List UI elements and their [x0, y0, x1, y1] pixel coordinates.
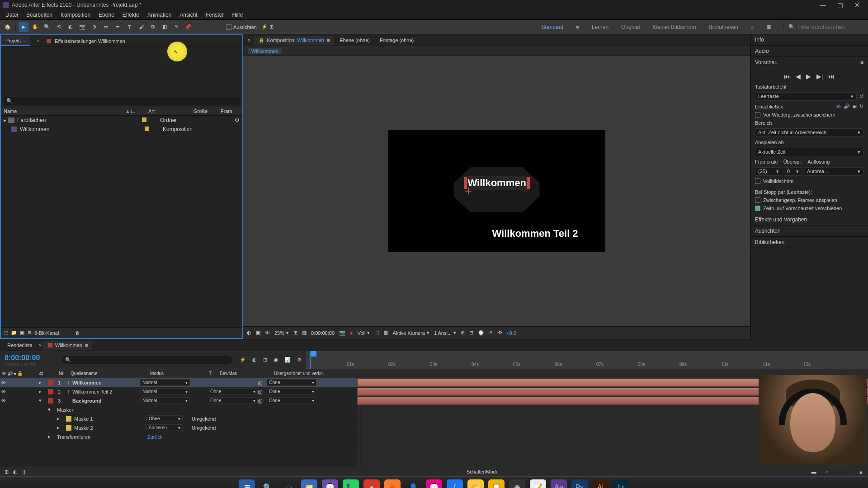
- collapse-icon[interactable]: ▾: [39, 398, 48, 404]
- teams-icon[interactable]: 💬: [322, 479, 338, 488]
- workspace-overflow-icon[interactable]: »: [751, 24, 754, 30]
- toggle-in-out-icon[interactable]: {}: [22, 469, 25, 475]
- prev-frame-icon[interactable]: ◀: [796, 73, 801, 80]
- tab-project-close[interactable]: ×: [37, 38, 39, 44]
- stopcache-checkbox[interactable]: [755, 197, 760, 203]
- col-size-label[interactable]: Große: [193, 108, 221, 114]
- layer-name[interactable]: Willkommen Teil 2: [72, 389, 140, 394]
- zoom-slider[interactable]: ○──────: [826, 469, 849, 474]
- messenger-icon[interactable]: 💬: [426, 479, 442, 488]
- layer-row-1[interactable]: 👁 ▸ 1 T Willkommen Normal▾ @ Ohne▾: [0, 378, 357, 387]
- mask-name[interactable]: Maske 1: [71, 416, 146, 422]
- anchor-point-icon[interactable]: [465, 188, 472, 194]
- photoshop-icon[interactable]: Ps: [571, 479, 588, 488]
- first-frame-icon[interactable]: ⏮: [784, 73, 790, 80]
- roto-tool[interactable]: ✎: [171, 22, 181, 32]
- parent-dropdown[interactable]: Ohne▾: [267, 379, 316, 386]
- menu-bearbeiten[interactable]: Bearbeiten: [23, 11, 56, 19]
- interpret-icon[interactable]: ⬚: [4, 330, 8, 336]
- col-video-icon[interactable]: 👁: [2, 371, 6, 376]
- timeline-icon[interactable]: ⌚: [478, 330, 484, 336]
- project-item-comp[interactable]: Willkommen Komposition: [1, 125, 242, 134]
- mask-icon[interactable]: 👁: [265, 330, 270, 336]
- new-folder-icon[interactable]: 📁: [11, 330, 17, 336]
- chevron-down-icon[interactable]: ▾: [367, 330, 370, 336]
- minimize-button[interactable]: —: [818, 0, 827, 9]
- workspace-grid-icon[interactable]: ▦: [766, 24, 771, 30]
- facebook-icon[interactable]: f: [447, 479, 463, 488]
- skip-dropdown[interactable]: 0▾: [784, 167, 802, 176]
- video-toggle-icon[interactable]: 👁: [836, 104, 841, 109]
- alpha-icon[interactable]: ◐: [247, 330, 251, 336]
- stopmove-checkbox[interactable]: [755, 206, 760, 211]
- layer-row-2[interactable]: 👁 ▸ 2 T Willkommen Teil 2 Normal▾ Ohne▾ …: [0, 387, 357, 396]
- col-trkmat-label[interactable]: BewMas: [220, 371, 274, 376]
- parent-dropdown[interactable]: Ohne▾: [267, 397, 316, 404]
- parent-dropdown[interactable]: Ohne▾: [267, 388, 316, 395]
- timeline-search[interactable]: 🔍: [61, 356, 232, 364]
- firefox-icon[interactable]: 🦊: [384, 479, 401, 488]
- exposure-value[interactable]: +0,0: [506, 330, 516, 336]
- lock-icon[interactable]: 🔒: [259, 38, 264, 42]
- tab-menu-icon[interactable]: ≡: [327, 38, 330, 43]
- col-parent-label[interactable]: Übergeordnet und verkn.: [274, 371, 355, 376]
- explorer-icon[interactable]: 📁: [301, 479, 317, 488]
- menu-hilfe[interactable]: Hilfe: [228, 11, 246, 19]
- zoom-in-icon[interactable]: ▲: [859, 469, 863, 474]
- resolution-dropdown[interactable]: Voll: [358, 330, 366, 336]
- loop-icon[interactable]: ↻: [859, 103, 863, 109]
- item-menu-icon[interactable]: ⚙: [235, 117, 240, 123]
- menu-komposition[interactable]: Komposition: [57, 11, 94, 19]
- app2-icon[interactable]: 👤: [405, 479, 421, 488]
- col-tag-icon[interactable]: 🏷: [130, 108, 148, 114]
- layer-row-3[interactable]: 👁 ▾ 3 Background Normal▾ Ohne▾ @ Ohne▾: [0, 396, 357, 405]
- chevron-down-icon[interactable]: ▾: [427, 330, 429, 336]
- graph-icon[interactable]: 📊: [284, 357, 291, 363]
- snap-opt2-icon[interactable]: ⊞: [269, 24, 274, 30]
- eraser-tool[interactable]: ◧: [160, 22, 170, 32]
- info-panel-header[interactable]: Info: [750, 34, 868, 46]
- viewer-timecode[interactable]: 0:00:00:00: [311, 330, 335, 336]
- col-solo-icon[interactable]: ●: [14, 371, 16, 376]
- workspace-klein[interactable]: Kleiner Bildschirm: [652, 24, 696, 30]
- menu-ansicht[interactable]: Ansicht: [176, 11, 201, 19]
- orbit-tool[interactable]: ⟲: [54, 22, 64, 32]
- col-label-icon[interactable]: 🏷: [39, 371, 43, 376]
- align-panel-header[interactable]: Ausrichten: [750, 225, 868, 237]
- col-lock-icon[interactable]: 🔒: [17, 371, 23, 376]
- layer-name[interactable]: Willkommen: [72, 380, 140, 385]
- transparency-icon[interactable]: ▦: [383, 330, 388, 336]
- illustrator-icon[interactable]: Ai: [592, 479, 609, 488]
- brainstorm-icon[interactable]: ⚙: [297, 357, 302, 363]
- workspace-menu-icon[interactable]: ≡: [576, 24, 579, 30]
- after-effects-icon[interactable]: Ae: [551, 479, 567, 488]
- masks-group[interactable]: ▾ Masken: [0, 405, 357, 414]
- whatsapp-icon[interactable]: 📞: [343, 479, 359, 488]
- expand-icon[interactable]: ▸: [4, 117, 6, 123]
- project-item-folder[interactable]: ▸ Farbflächen Ordner ⚙: [1, 116, 242, 125]
- shape-tool[interactable]: ▭: [101, 22, 111, 32]
- workspace-lernen[interactable]: Lernen: [592, 24, 609, 30]
- adjust-icon[interactable]: ⚙: [27, 330, 32, 336]
- pickwhip-icon[interactable]: @: [258, 380, 267, 385]
- mask-mode-dropdown[interactable]: Addieren▾: [146, 424, 183, 431]
- col-mode-label[interactable]: Modus: [150, 371, 209, 376]
- grid-icon[interactable]: ▦: [302, 330, 307, 336]
- col-name-label[interactable]: Name: [4, 108, 17, 114]
- workspace-original[interactable]: Original: [621, 24, 640, 30]
- expand-icon[interactable]: ▸: [57, 416, 66, 422]
- workspace-standard[interactable]: Standard: [542, 24, 564, 30]
- views-dropdown[interactable]: 1 Ansi...: [434, 330, 452, 336]
- trkmat-dropdown[interactable]: Ohne▾: [208, 397, 258, 404]
- menu-effekte[interactable]: Effekte: [119, 11, 143, 19]
- layer-color[interactable]: [48, 398, 53, 404]
- text-layer-1[interactable]: Willkommen: [464, 176, 530, 190]
- tab-close[interactable]: ×: [245, 38, 253, 43]
- time-ruler[interactable]: 01s 02s 03s 04s 05s 06s 07s 08s 09s 10s …: [306, 351, 868, 369]
- rotate-tool[interactable]: ◐: [66, 22, 75, 32]
- mask-inverted-label[interactable]: Umgekehrt: [183, 425, 237, 431]
- brush-tool[interactable]: 🖌: [136, 22, 146, 32]
- search-app-icon[interactable]: 🔍: [259, 479, 276, 488]
- pickwhip-icon[interactable]: @: [258, 398, 267, 404]
- visibility-toggle[interactable]: 👁: [0, 389, 7, 394]
